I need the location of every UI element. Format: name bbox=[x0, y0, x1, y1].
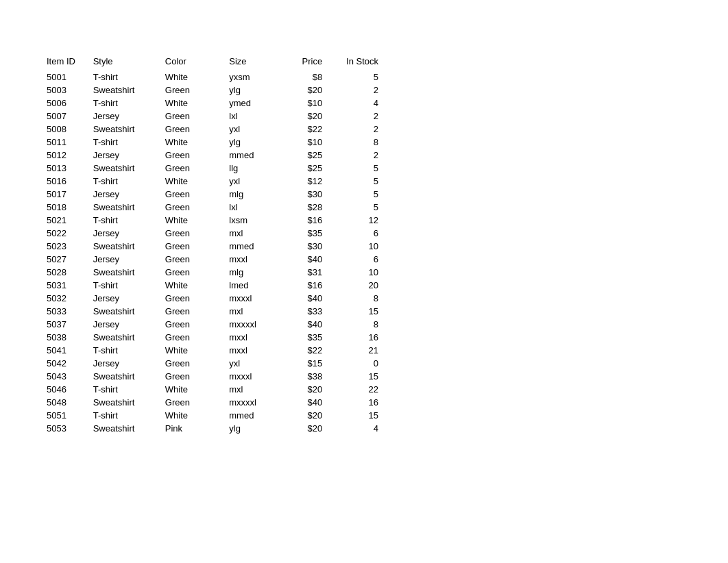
cell-color: Green bbox=[160, 188, 223, 201]
cell-price: $8 bbox=[280, 71, 328, 84]
cell-id: 5028 bbox=[41, 266, 88, 279]
cell-size: mlg bbox=[223, 266, 280, 279]
cell-stock: 10 bbox=[328, 240, 384, 253]
cell-color: White bbox=[160, 344, 223, 357]
cell-stock: 4 bbox=[328, 97, 384, 110]
cell-price: $40 bbox=[280, 318, 328, 331]
inventory-table: Item ID Style Color Size Price In Stock … bbox=[41, 55, 384, 435]
table-row: 5028SweatshirtGreenmlg$3110 bbox=[41, 266, 384, 279]
cell-color: White bbox=[160, 71, 223, 84]
cell-size: yxl bbox=[223, 357, 280, 370]
table-row: 5022JerseyGreenmxl$356 bbox=[41, 227, 384, 240]
table-row: 5048SweatshirtGreenmxxxxl$4016 bbox=[41, 396, 384, 409]
table-row: 5031T-shirtWhitelmed$1620 bbox=[41, 279, 384, 292]
cell-color: Green bbox=[160, 305, 223, 318]
table-row: 5003SweatshirtGreenylg$202 bbox=[41, 84, 384, 97]
cell-stock: 0 bbox=[328, 357, 384, 370]
cell-price: $12 bbox=[280, 175, 328, 188]
cell-style: Sweatshirt bbox=[88, 370, 160, 383]
cell-stock: 5 bbox=[328, 201, 384, 214]
cell-size: ymed bbox=[223, 97, 280, 110]
cell-price: $25 bbox=[280, 162, 328, 175]
cell-price: $30 bbox=[280, 240, 328, 253]
table-row: 5053SweatshirtPinkylg$204 bbox=[41, 422, 384, 435]
header-color: Color bbox=[160, 55, 223, 71]
cell-stock: 21 bbox=[328, 344, 384, 357]
cell-style: Sweatshirt bbox=[88, 396, 160, 409]
cell-size: lxsm bbox=[223, 214, 280, 227]
cell-id: 5027 bbox=[41, 253, 88, 266]
cell-color: Green bbox=[160, 396, 223, 409]
cell-color: Green bbox=[160, 331, 223, 344]
table-row: 5037JerseyGreenmxxxxl$408 bbox=[41, 318, 384, 331]
cell-size: mmed bbox=[223, 240, 280, 253]
table-row: 5021T-shirtWhitelxsm$1612 bbox=[41, 214, 384, 227]
cell-color: Green bbox=[160, 110, 223, 123]
cell-size: lmed bbox=[223, 279, 280, 292]
header-in-stock: In Stock bbox=[328, 55, 384, 71]
cell-style: Sweatshirt bbox=[88, 305, 160, 318]
cell-stock: 6 bbox=[328, 227, 384, 240]
table-row: 5038SweatshirtGreenmxxl$3516 bbox=[41, 331, 384, 344]
cell-price: $22 bbox=[280, 123, 328, 136]
cell-id: 5006 bbox=[41, 97, 88, 110]
cell-stock: 15 bbox=[328, 305, 384, 318]
cell-size: mmed bbox=[223, 149, 280, 162]
cell-price: $20 bbox=[280, 84, 328, 97]
cell-id: 5042 bbox=[41, 357, 88, 370]
table-row: 5018SweatshirtGreenlxl$285 bbox=[41, 201, 384, 214]
cell-id: 5021 bbox=[41, 214, 88, 227]
cell-style: Sweatshirt bbox=[88, 84, 160, 97]
cell-size: mxl bbox=[223, 305, 280, 318]
cell-size: mxxl bbox=[223, 344, 280, 357]
cell-color: White bbox=[160, 136, 223, 149]
cell-style: T-shirt bbox=[88, 279, 160, 292]
cell-price: $33 bbox=[280, 305, 328, 318]
cell-id: 5008 bbox=[41, 123, 88, 136]
cell-color: Green bbox=[160, 84, 223, 97]
cell-size: mxxxl bbox=[223, 292, 280, 305]
cell-price: $10 bbox=[280, 136, 328, 149]
cell-color: White bbox=[160, 383, 223, 396]
cell-id: 5013 bbox=[41, 162, 88, 175]
table-row: 5033SweatshirtGreenmxl$3315 bbox=[41, 305, 384, 318]
table-row: 5041T-shirtWhitemxxl$2221 bbox=[41, 344, 384, 357]
cell-color: White bbox=[160, 97, 223, 110]
cell-stock: 5 bbox=[328, 162, 384, 175]
cell-style: Sweatshirt bbox=[88, 331, 160, 344]
cell-size: mlg bbox=[223, 188, 280, 201]
cell-id: 5037 bbox=[41, 318, 88, 331]
cell-size: mxxxxl bbox=[223, 396, 280, 409]
cell-stock: 10 bbox=[328, 266, 384, 279]
table-row: 5042JerseyGreenyxl$150 bbox=[41, 357, 384, 370]
cell-id: 5018 bbox=[41, 201, 88, 214]
cell-color: Green bbox=[160, 162, 223, 175]
cell-style: T-shirt bbox=[88, 136, 160, 149]
cell-size: mxxl bbox=[223, 253, 280, 266]
header-item-id: Item ID bbox=[41, 55, 88, 71]
cell-price: $38 bbox=[280, 370, 328, 383]
cell-style: Jersey bbox=[88, 227, 160, 240]
cell-style: T-shirt bbox=[88, 175, 160, 188]
cell-style: Jersey bbox=[88, 318, 160, 331]
cell-price: $20 bbox=[280, 422, 328, 435]
cell-style: Sweatshirt bbox=[88, 240, 160, 253]
cell-style: Jersey bbox=[88, 188, 160, 201]
cell-id: 5012 bbox=[41, 149, 88, 162]
table-row: 5051T-shirtWhitemmed$2015 bbox=[41, 409, 384, 422]
cell-size: ylg bbox=[223, 136, 280, 149]
cell-style: Sweatshirt bbox=[88, 123, 160, 136]
cell-color: Green bbox=[160, 227, 223, 240]
cell-stock: 8 bbox=[328, 136, 384, 149]
cell-id: 5017 bbox=[41, 188, 88, 201]
cell-size: yxl bbox=[223, 175, 280, 188]
cell-color: Green bbox=[160, 292, 223, 305]
table-row: 5043SweatshirtGreenmxxxl$3815 bbox=[41, 370, 384, 383]
cell-style: Sweatshirt bbox=[88, 201, 160, 214]
cell-style: Sweatshirt bbox=[88, 162, 160, 175]
cell-color: White bbox=[160, 409, 223, 422]
cell-stock: 8 bbox=[328, 318, 384, 331]
cell-size: mmed bbox=[223, 409, 280, 422]
table-row: 5001T-shirtWhiteyxsm$85 bbox=[41, 71, 384, 84]
table-row: 5011T-shirtWhiteylg$108 bbox=[41, 136, 384, 149]
